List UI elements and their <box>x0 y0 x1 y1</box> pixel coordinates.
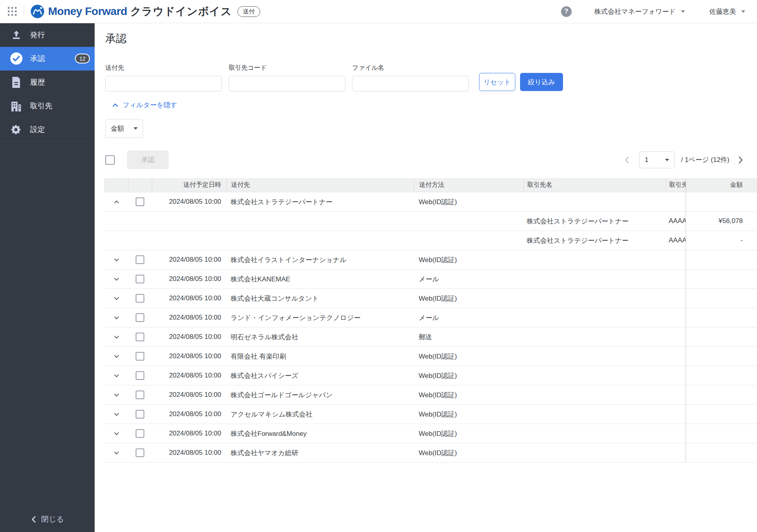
gear-icon <box>9 124 23 135</box>
row-checkbox[interactable] <box>136 410 144 419</box>
amount-sort-select[interactable]: 金額 <box>105 119 143 138</box>
table-row: 2024/08/05 10:00株式会社KANEMAEメール <box>104 270 757 289</box>
table-header-row: 送付予定日時送付先送付方法取引先名取引先コード金額 <box>104 178 757 192</box>
select-all-checkbox[interactable] <box>105 155 115 165</box>
chevron-down-icon[interactable] <box>113 295 120 302</box>
table-row: 2024/08/05 10:00明石ゼネラル株式会社郵送 <box>104 327 757 347</box>
method-cell: Web(ID認証) <box>414 385 524 404</box>
table-body: 2024/08/05 10:00株式会社ストラテジーパートナーWeb(ID認証)… <box>104 192 757 463</box>
chevron-down-icon[interactable] <box>113 372 120 379</box>
row-checkbox[interactable] <box>136 352 144 361</box>
scheduled-date-cell: 2024/08/05 10:00 <box>152 192 226 211</box>
row-checkbox[interactable] <box>136 313 144 322</box>
column-header-destination: 送付先 <box>226 178 414 192</box>
method-cell: Web(ID認証) <box>414 192 524 211</box>
chevron-up-icon[interactable] <box>113 199 120 205</box>
scheduled-date-cell: 2024/08/05 10:00 <box>152 289 226 308</box>
expand-cell <box>104 231 128 250</box>
page-select-value: 1 <box>645 156 648 164</box>
partner-cell <box>524 347 666 366</box>
row-checkbox[interactable] <box>136 391 144 399</box>
help-button[interactable]: ? <box>561 6 572 17</box>
row-checkbox[interactable] <box>136 429 144 438</box>
sidebar-item-partners[interactable]: 取引先 <box>0 94 95 118</box>
destination-cell: 株式会社Forward&Money <box>226 424 414 443</box>
chevron-down-icon[interactable] <box>113 257 120 263</box>
row-checkbox[interactable] <box>136 255 144 264</box>
next-page-button[interactable] <box>738 156 744 164</box>
amount-cell <box>686 192 757 211</box>
expand-cell <box>104 424 128 443</box>
amount-cell <box>686 405 757 424</box>
upload-icon <box>9 30 23 40</box>
detail-row: 株式会社ストラテジーパートナーAAAA- <box>104 231 757 250</box>
chevron-down-icon[interactable] <box>113 450 120 456</box>
chevron-left-icon <box>31 516 37 523</box>
sidebar-item-settings[interactable]: 設定 <box>0 118 95 141</box>
user-name: 佐藤恵美 <box>709 7 736 16</box>
column-header-code: 取引先コード <box>666 178 686 192</box>
company-name: 株式会社マネーフォワード <box>595 7 676 16</box>
method-cell <box>414 212 524 231</box>
reset-button[interactable]: リセット <box>479 73 515 91</box>
partner_code-input[interactable] <box>229 76 345 91</box>
chevron-down-icon[interactable] <box>113 334 120 340</box>
row-checkbox[interactable] <box>136 294 144 303</box>
row-checkbox[interactable] <box>136 333 144 341</box>
company-menu[interactable]: 株式会社マネーフォワード <box>595 7 685 16</box>
sidebar-item-label: 取引先 <box>30 101 52 111</box>
chevron-down-icon[interactable] <box>113 353 120 360</box>
destination-input[interactable] <box>105 76 222 91</box>
column-header-date: 送付予定日時 <box>152 178 226 192</box>
hide-filters-link[interactable]: フィルターを隠す <box>112 100 177 110</box>
page-select[interactable]: 1 <box>639 151 675 168</box>
expand-cell <box>104 443 128 462</box>
row-checkbox[interactable] <box>136 275 144 283</box>
sidebar-item-issue[interactable]: 発行 <box>0 23 95 47</box>
method-cell <box>414 231 524 250</box>
chevron-down-icon[interactable] <box>113 430 120 437</box>
file_name-input[interactable] <box>352 76 469 91</box>
scheduled-date-cell: 2024/08/05 10:00 <box>152 270 226 288</box>
table-row: 2024/08/05 10:00株式会社イラストインターナショナルWeb(ID認… <box>104 250 757 270</box>
brand-wordmark: Money Forward <box>48 5 127 18</box>
sidebar-close-button[interactable]: 閉じる <box>0 507 95 532</box>
row-checkbox[interactable] <box>136 448 144 457</box>
expand-cell <box>104 270 128 288</box>
method-cell: メール <box>414 308 524 327</box>
table-row: 2024/08/05 10:00有限会社 有楽印刷Web(ID認証) <box>104 347 757 366</box>
scheduled-date-cell: 2024/08/05 10:00 <box>152 347 226 366</box>
method-cell: Web(ID認証) <box>414 366 524 385</box>
product-name: クラウドインボイス <box>130 4 232 19</box>
expand-cell <box>104 192 128 211</box>
brand-logo[interactable]: Money Forward <box>30 4 127 19</box>
chevron-down-icon[interactable] <box>113 392 120 398</box>
user-menu[interactable]: 佐藤恵美 <box>709 7 745 16</box>
chevron-down-icon[interactable] <box>113 411 120 418</box>
destination-cell: 株式会社ヤマオカ総研 <box>226 443 414 462</box>
header-divider <box>24 6 24 17</box>
partner-cell <box>524 327 666 346</box>
apply-filter-button[interactable]: 絞り込み <box>520 73 563 91</box>
approve-button[interactable]: 承認 <box>127 151 169 169</box>
chevron-down-icon[interactable] <box>113 276 120 283</box>
amount-cell <box>686 308 757 327</box>
partner-cell <box>524 250 666 269</box>
prev-page-button[interactable] <box>624 156 630 164</box>
app-header: Money Forward クラウドインボイス 送付 ? 株式会社マネーフォワー… <box>0 0 757 23</box>
filter-label-partner_code: 取引先コード <box>229 64 345 72</box>
partner-code-cell <box>666 192 686 211</box>
sidebar-close-label: 閉じる <box>41 514 64 525</box>
partner-cell <box>524 192 666 211</box>
row-checkbox[interactable] <box>136 371 144 380</box>
sidebar-item-history[interactable]: 履歴 <box>0 71 95 94</box>
app-launcher-grid-icon[interactable] <box>7 6 17 17</box>
partner-cell <box>524 443 666 462</box>
chevron-down-icon[interactable] <box>113 314 120 321</box>
sidebar-item-label: 発行 <box>30 30 45 40</box>
amount-cell <box>686 347 757 366</box>
row-checkbox[interactable] <box>136 197 144 206</box>
sidebar-item-approval[interactable]: 承認12 <box>0 47 95 71</box>
partner-cell <box>524 308 666 327</box>
sidebar-item-label: 承認 <box>30 54 45 64</box>
